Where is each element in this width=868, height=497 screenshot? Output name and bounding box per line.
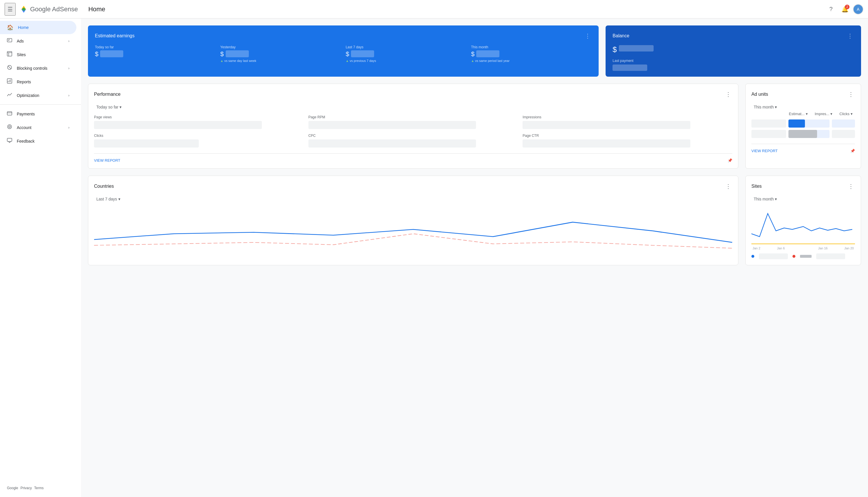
thismonth-value	[476, 50, 499, 57]
yesterday-value	[226, 50, 249, 57]
sidebar-item-account[interactable]: Account ›	[0, 120, 76, 134]
privacy-link[interactable]: Privacy	[20, 486, 32, 490]
nav-right: ? 🔔 2 A	[825, 3, 863, 15]
thismonth-change: ▲ vs same period last year	[471, 59, 592, 62]
view-report-text: VIEW REPORT	[751, 149, 778, 153]
x-label-jan2: Jan 2	[753, 246, 760, 250]
account-icon	[7, 124, 12, 131]
filter-clicks-button[interactable]: Clicks ▾	[837, 111, 855, 117]
countries-period-button[interactable]: Last 7 days ▾	[94, 196, 123, 202]
sidebar-item-feedback[interactable]: Feedback	[0, 134, 76, 148]
performance-view-report-link[interactable]: VIEW REPORT 📌	[94, 153, 732, 162]
sidebar-item-ads[interactable]: Ads ›	[0, 34, 76, 48]
thismonth-amount: $	[471, 50, 592, 58]
bar-track-2	[788, 130, 829, 138]
bottom-row: Countries ⋮ Last 7 days ▾ Sites ⋮	[88, 175, 861, 265]
sidebar-item-sites[interactable]: Sites	[0, 48, 76, 61]
filter-impres-button[interactable]: Impres... ▾	[812, 111, 835, 117]
last-payment-value	[613, 65, 647, 71]
metric-cpc: CPC	[309, 134, 518, 147]
last-payment-label: Last payment	[613, 59, 854, 63]
sites-period-button[interactable]: This month ▾	[751, 196, 779, 202]
performance-card: Performance ⋮ Today so far ▾ Page views …	[88, 84, 738, 169]
countries-title: Countries	[94, 184, 114, 189]
x-label-jan16: Jan 16	[818, 246, 827, 250]
sites-card: Sites ⋮ This month ▾ Jan 2 Jan 6	[745, 175, 861, 265]
performance-more-button[interactable]: ⋮	[724, 90, 732, 99]
optimization-icon	[7, 92, 12, 99]
impressions-value	[523, 121, 691, 129]
sites-title: Sites	[751, 184, 762, 189]
dropdown-arrow-icon: ▾	[775, 197, 777, 201]
countries-more-button[interactable]: ⋮	[724, 182, 732, 191]
sites-chart-area	[751, 205, 855, 245]
hamburger-menu-button[interactable]: ☰	[5, 3, 16, 16]
balance-amount: $	[613, 45, 854, 54]
sidebar-item-home[interactable]: 🏠 Home	[0, 21, 76, 34]
balance-title: Balance	[613, 33, 629, 39]
filter-estimat-button[interactable]: Estimat... ▾	[787, 111, 810, 117]
sidebar-item-optimization[interactable]: Optimization ›	[0, 88, 76, 102]
sites-legend	[751, 253, 855, 259]
earnings-yesterday: Yesterday $ ▲ vs same day last week	[220, 45, 341, 62]
impressions-label: Impressions	[523, 115, 732, 119]
legend-value-2	[816, 253, 845, 259]
sites-header: Sites ⋮	[751, 182, 855, 191]
middle-row: Performance ⋮ Today so far ▾ Page views …	[88, 84, 861, 169]
dropdown-arrow-icon: ▾	[775, 105, 777, 109]
main-content: Estimated earnings ⋮ Today so far $ Yest…	[81, 18, 868, 497]
balance-value	[619, 45, 654, 52]
x-axis: Jan 2 Jan 6 Jan 16 Jan 20	[751, 246, 855, 250]
thismonth-compare-text: vs same period last year	[475, 59, 510, 62]
cpc-label: CPC	[309, 134, 518, 138]
metric-page-rpm: Page RPM	[309, 115, 518, 129]
sidebar-item-payments[interactable]: Payments	[0, 107, 76, 120]
sidebar: 🏠 Home Ads › Sites Blocking controls › R…	[0, 18, 81, 497]
balance-header: Balance ⋮	[613, 31, 854, 41]
yesterday-label: Yesterday	[220, 45, 341, 49]
today-label: Today so far	[95, 45, 216, 49]
last7-compare-text: vs previous 7 days	[350, 59, 376, 62]
svg-point-15	[8, 125, 12, 129]
ad-units-period-button[interactable]: This month ▾	[751, 103, 779, 111]
period-label: Today so far	[96, 105, 118, 109]
sites-more-button[interactable]: ⋮	[847, 182, 855, 191]
clicks-value	[94, 139, 199, 147]
yesterday-change: ▲ vs same day last week	[220, 59, 341, 62]
dollar-sign: $	[471, 50, 474, 58]
svg-rect-17	[7, 138, 12, 141]
pin-icon: 📌	[850, 149, 855, 153]
page-rpm-value	[309, 121, 476, 129]
bar-track-1	[788, 119, 829, 128]
view-report-text: VIEW REPORT	[94, 158, 120, 162]
filter-impres-label: Impres...	[815, 112, 829, 116]
earnings-more-button[interactable]: ⋮	[584, 31, 592, 41]
bar-fill-1	[788, 119, 805, 128]
earnings-title: Estimated earnings	[95, 33, 134, 39]
dollar-sign: $	[346, 50, 349, 58]
sidebar-item-label: Feedback	[17, 139, 34, 143]
sidebar-item-reports[interactable]: Reports	[0, 75, 76, 88]
balance-more-button[interactable]: ⋮	[846, 31, 854, 41]
sidebar-item-blocking-controls[interactable]: Blocking controls ›	[0, 61, 76, 75]
help-button[interactable]: ?	[825, 3, 837, 15]
google-link[interactable]: Google	[7, 486, 18, 490]
terms-link[interactable]: Terms	[34, 486, 44, 490]
dollar-sign: $	[220, 50, 224, 58]
notifications-button[interactable]: 🔔 2	[839, 3, 851, 15]
avatar[interactable]: A	[853, 4, 863, 14]
performance-period-button[interactable]: Today so far ▾	[94, 103, 124, 111]
ad-units-more-button[interactable]: ⋮	[847, 90, 855, 99]
help-icon: ?	[829, 6, 833, 12]
last7-value	[351, 50, 374, 57]
filter-estimat-label: Estimat...	[789, 112, 805, 116]
last7-amount: $	[346, 50, 466, 58]
period-label: Last 7 days	[96, 197, 117, 201]
ad-unit-bar-row-2	[751, 130, 855, 138]
earnings-grid: Today so far $ Yesterday $ ▲	[95, 45, 592, 62]
today-value	[100, 50, 123, 57]
dollar-sign: $	[95, 50, 98, 58]
yesterday-compare-text: vs same day last week	[224, 59, 256, 62]
ad-units-view-report-link[interactable]: VIEW REPORT 📌	[751, 144, 855, 153]
avatar-letter: A	[857, 7, 859, 12]
